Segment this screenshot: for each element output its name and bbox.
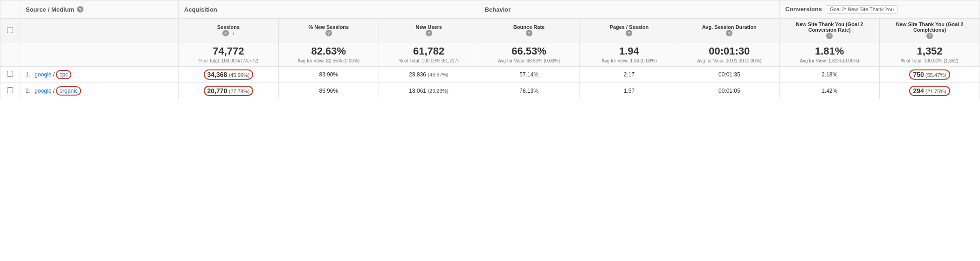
row-bounce-rate-0: 57.14% (519, 71, 538, 78)
row-bounce-rate-cell-0: 57.14% (479, 67, 579, 83)
totals-avg-session-sub: Avg for View: 00:01:30 (0.00%) (683, 58, 775, 63)
row-medium-link-0[interactable]: cpc (56, 70, 71, 79)
new-sessions-col-header: % New Sessions ? (278, 19, 379, 42)
totals-new-users-main: 61,782 (383, 45, 475, 57)
row-new-users-cell-1: 18,061 (29.23%) (379, 83, 479, 99)
row-new-users-main-1: 18,061 (409, 88, 426, 94)
totals-pages-session-sub: Avg for View: 1.94 (0.00%) (583, 58, 676, 63)
row-source-link-0[interactable]: google (35, 71, 51, 78)
row-sessions-pct-1: (27.78%) (229, 89, 250, 94)
pages-session-help-icon[interactable]: ? (626, 30, 632, 36)
row-checkbox-0[interactable] (7, 71, 13, 77)
totals-sessions-main: 74,772 (182, 45, 275, 57)
row-sessions-circled-0: 34,368 (45.96%) (204, 69, 254, 80)
totals-new-sessions-sub: Avg for View: 82.55% (0.09%) (283, 58, 375, 63)
row-new-sessions-cell-1: 86.96% (278, 83, 379, 99)
row-completions-main-0: 750 (913, 71, 924, 78)
row-new-sessions-0: 83.90% (319, 71, 338, 78)
totals-completions-sub: % of Total: 100.00% (1,352) (883, 58, 976, 63)
row-conversion-rate-cell-0: 2.18% (780, 67, 880, 83)
sessions-sort-arrow[interactable]: ↓ (232, 30, 235, 35)
row-completions-cell-0: 750 (55.47%) (880, 67, 980, 83)
new-users-help-icon[interactable]: ? (426, 30, 432, 36)
totals-completions-main: 1,352 (883, 45, 976, 57)
totals-bounce-rate-sub: Avg for View: 66.53% (0.00%) (483, 58, 575, 63)
sessions-col-header[interactable]: Sessions ? ↓ (179, 19, 279, 42)
conversions-header: Conversions Goal 2: New Site Thank You (780, 0, 980, 19)
source-medium-label: Source / Medium (26, 6, 74, 13)
avg-session-col-header: Avg. Session Duration ? (679, 19, 780, 42)
analytics-table: Source / Medium ? Acquisition Behavior C… (0, 0, 980, 99)
totals-pages-session-main: 1.94 (583, 45, 676, 57)
row-sessions-main-0: 34,368 (207, 71, 228, 78)
row-pages-session-0: 2.17 (624, 71, 635, 78)
row-completions-pct-1: (21.75%) (925, 89, 946, 94)
row-pages-session-1: 1.57 (624, 88, 635, 94)
conversion-rate-help-icon[interactable]: ? (826, 33, 833, 39)
totals-avg-session-cell: 00:01:30 Avg for View: 00:01:30 (0.00%) (679, 42, 780, 67)
row-new-sessions-1: 86.96% (319, 88, 338, 94)
row-sessions-pct-0: (45.96%) (229, 72, 250, 78)
avg-session-help-icon[interactable]: ? (726, 30, 732, 36)
conversion-rate-col-header: New Site Thank You (Goal 2 Conversion Ra… (780, 19, 880, 42)
select-all-checkbox[interactable] (0, 19, 20, 42)
row-source-cell: 1. google / cpc (20, 67, 179, 83)
row-num-1: 2. (26, 88, 30, 94)
row-num-0: 1. (26, 71, 30, 78)
row-sessions-cell-0: 34,368 (45.96%) (179, 67, 279, 83)
row-source-link-1[interactable]: google (35, 88, 51, 94)
source-col-header (20, 19, 179, 42)
row-checkbox-cell[interactable] (0, 67, 20, 83)
acquisition-header: Acquisition (179, 0, 479, 19)
totals-row: 74,772 % of Total: 100.00% (74,772) 82.6… (0, 42, 980, 67)
row-new-users-pct-0: (46.67%) (428, 72, 449, 77)
sessions-help-icon[interactable]: ? (222, 30, 229, 36)
row-completions-main-1: 294 (913, 87, 924, 95)
totals-sessions-cell: 74,772 % of Total: 100.00% (74,772) (179, 42, 279, 67)
bounce-rate-col-header: Bounce Rate ? (479, 19, 579, 42)
row-completions-circled-0: 750 (55.47%) (909, 69, 950, 80)
row-new-users-main-0: 28,836 (409, 71, 426, 78)
totals-source-cell (20, 42, 179, 67)
goal-tab[interactable]: Goal 2: New Site Thank You (826, 5, 898, 14)
totals-sessions-sub: % of Total: 100.00% (74,772) (182, 58, 275, 63)
totals-new-users-sub: % of Total: 100.09% (61,727) (383, 58, 475, 63)
row-sessions-circled-1: 20,770 (27.78%) (204, 86, 254, 96)
table-row: 2. google / organic 20,770 (27.78%) 86.9… (0, 83, 980, 99)
row-pages-session-cell-0: 2.17 (579, 67, 679, 83)
row-source-cell: 2. google / organic (20, 83, 179, 99)
row-new-users-pct-1: (29.23%) (428, 88, 449, 94)
row-completions-circled-1: 294 (21.75%) (909, 86, 950, 96)
totals-checkbox-cell (0, 42, 20, 67)
new-users-col-header: New Users ? (379, 19, 479, 42)
row-medium-link-1[interactable]: organic (56, 86, 81, 96)
row-new-users-cell-0: 28,836 (46.67%) (379, 67, 479, 83)
behavior-header: Behavior (479, 0, 780, 19)
row-pages-session-cell-1: 1.57 (579, 83, 679, 99)
totals-conversion-rate-sub: Avg for View: 1.81% (0.00%) (783, 58, 876, 63)
row-checkbox-cell[interactable] (0, 83, 20, 99)
table-row: 1. google / cpc 34,368 (45.96%) 83.90% 2… (0, 67, 980, 83)
row-new-sessions-cell-0: 83.90% (278, 67, 379, 83)
row-sessions-cell-1: 20,770 (27.78%) (179, 83, 279, 99)
source-medium-col-header: Source / Medium ? (20, 0, 179, 19)
totals-conversion-rate-cell: 1.81% Avg for View: 1.81% (0.00%) (780, 42, 880, 67)
source-medium-help-icon[interactable]: ? (77, 6, 83, 13)
totals-new-users-cell: 61,782 % of Total: 100.09% (61,727) (379, 42, 479, 67)
row-avg-session-0: 00:01:35 (718, 71, 740, 78)
row-bounce-rate-1: 78.13% (519, 88, 538, 94)
row-checkbox-1[interactable] (7, 87, 13, 93)
completions-help-icon[interactable]: ? (926, 33, 933, 39)
row-conversion-rate-0: 2.18% (821, 71, 837, 78)
bounce-rate-help-icon[interactable]: ? (526, 30, 532, 36)
totals-new-sessions-cell: 82.63% Avg for View: 82.55% (0.09%) (278, 42, 379, 67)
totals-pages-session-cell: 1.94 Avg for View: 1.94 (0.00%) (579, 42, 679, 67)
row-avg-session-cell-1: 00:01:05 (679, 83, 780, 99)
select-all-input[interactable] (7, 27, 13, 33)
new-sessions-help-icon[interactable]: ? (325, 30, 332, 36)
totals-bounce-rate-main: 66.53% (483, 45, 575, 57)
totals-avg-session-main: 00:01:30 (683, 45, 775, 57)
row-completions-pct-0: (55.47%) (925, 72, 946, 78)
row-conversion-rate-1: 1.42% (821, 88, 837, 94)
totals-conversion-rate-main: 1.81% (783, 45, 876, 57)
